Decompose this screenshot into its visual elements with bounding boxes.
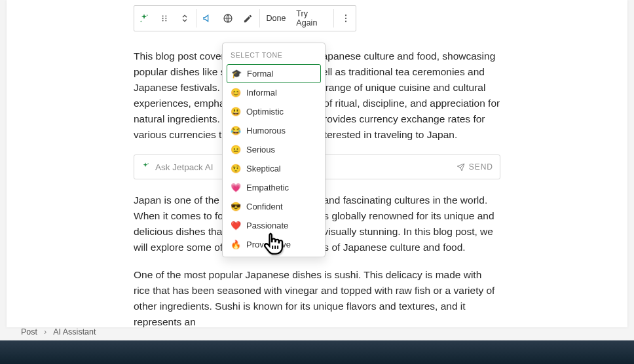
- body-paragraph: One of the most popular Japanese dishes …: [134, 267, 500, 330]
- svg-point-4: [162, 18, 164, 19]
- tone-option-label: Optimistic: [246, 107, 284, 117]
- tone-option-serious[interactable]: 😐Serious: [223, 140, 325, 159]
- cursor-hand-icon: [261, 230, 286, 259]
- tone-emoji-icon: 😂: [231, 126, 241, 136]
- svg-point-0: [147, 15, 148, 16]
- tone-option-label: Humorous: [246, 126, 286, 136]
- tone-option-informal[interactable]: 😊Informal: [223, 83, 325, 102]
- tone-emoji-icon: 💗: [231, 183, 241, 192]
- tone-option-label: Skeptical: [246, 164, 281, 173]
- svg-point-9: [345, 14, 346, 16]
- tone-emoji-icon: 😊: [231, 88, 241, 98]
- tone-option-humorous[interactable]: 😂Humorous: [223, 121, 325, 140]
- tone-emoji-icon: 🔥: [231, 240, 241, 249]
- tone-option-label: Serious: [246, 145, 275, 155]
- toolbar-separator: [333, 9, 334, 27]
- toolbar-separator: [196, 9, 196, 27]
- svg-point-6: [162, 20, 164, 22]
- tone-option-optimistic[interactable]: 😃Optimistic: [223, 102, 325, 121]
- ai-sparkle-icon: [141, 162, 150, 173]
- svg-point-10: [345, 18, 346, 19]
- tone-option-label: Empathetic: [246, 183, 289, 192]
- tone-option-label: Passionate: [246, 221, 288, 230]
- send-icon: [457, 163, 465, 172]
- toolbar-separator: [259, 9, 260, 27]
- tone-option-confident[interactable]: 😎Confident: [223, 197, 325, 216]
- send-button[interactable]: SEND: [457, 162, 493, 172]
- svg-point-7: [165, 20, 166, 22]
- svg-point-3: [165, 16, 166, 17]
- breadcrumb: Post › AI Assistant: [21, 327, 96, 337]
- editor-page: Done Try Again This blog post covers var…: [7, 0, 627, 327]
- tone-emoji-icon: 😐: [231, 145, 241, 155]
- svg-point-2: [162, 16, 164, 17]
- more-options-icon[interactable]: [335, 7, 356, 29]
- move-updown-icon[interactable]: [174, 7, 195, 29]
- drag-handle-icon[interactable]: [155, 7, 175, 29]
- breadcrumb-current: AI Assistant: [53, 327, 96, 337]
- tone-emoji-icon: 🎓: [231, 69, 242, 79]
- tone-emoji-icon: ❤️: [231, 221, 241, 230]
- tone-option-label: Formal: [247, 69, 273, 79]
- tone-option-label: Confident: [246, 202, 283, 211]
- globe-icon[interactable]: [217, 7, 238, 29]
- dock-strip: [0, 340, 634, 364]
- announce-icon[interactable]: [198, 7, 218, 29]
- svg-point-1: [141, 21, 142, 22]
- send-label: SEND: [469, 162, 493, 172]
- svg-point-11: [345, 21, 346, 22]
- breadcrumb-root[interactable]: Post: [21, 327, 37, 337]
- try-again-button[interactable]: Try Again: [291, 6, 332, 31]
- tone-option-label: Informal: [246, 88, 277, 98]
- tone-dropdown-header: SELECT TONE: [223, 47, 325, 64]
- tone-option-formal[interactable]: 🎓Formal: [227, 64, 321, 83]
- block-toolbar: Done Try Again: [134, 5, 356, 31]
- tone-emoji-icon: 🤨: [231, 164, 241, 173]
- tone-option-empathetic[interactable]: 💗Empathetic: [223, 178, 325, 197]
- tone-dropdown: SELECT TONE 🎓Formal😊Informal😃Optimistic😂…: [222, 43, 326, 257]
- tone-emoji-icon: 😎: [231, 202, 241, 211]
- edit-pencil-icon[interactable]: [238, 7, 258, 29]
- ai-sparkle-icon[interactable]: [134, 7, 155, 29]
- tone-emoji-icon: 😃: [231, 107, 241, 117]
- done-button[interactable]: Done: [261, 6, 291, 31]
- svg-point-5: [165, 18, 166, 19]
- svg-point-12: [147, 163, 148, 164]
- tone-option-skeptical[interactable]: 🤨Skeptical: [223, 159, 325, 178]
- chevron-right-icon: ›: [44, 327, 47, 337]
